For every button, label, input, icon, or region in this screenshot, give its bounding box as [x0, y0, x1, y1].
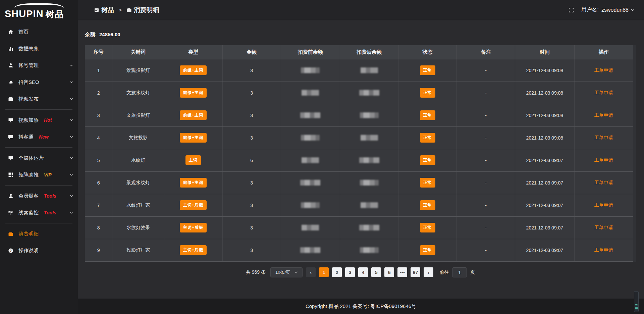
work-order-link[interactable]: 工单申请 — [594, 67, 613, 73]
sidebar-item-media[interactable]: 全媒体运营 — [0, 150, 78, 166]
row-index: 9 — [85, 239, 112, 261]
blurred-value — [359, 157, 379, 163]
sidebar-item-douketong[interactable]: 抖客通New — [0, 128, 78, 145]
table-header-row: 序号关键词类型金额扣费前余额扣费后余额状态备注时间操作 — [85, 45, 633, 59]
type-badge: 主词+后缀 — [164, 216, 222, 239]
page-button-1[interactable]: 1 — [319, 267, 329, 277]
sidebar-divider — [5, 185, 72, 186]
work-order-link[interactable]: 工单申请 — [594, 90, 613, 95]
question-icon: ? — [8, 248, 14, 253]
column-header: 金额 — [222, 45, 281, 59]
remark-cell: - — [457, 149, 515, 171]
breadcrumb-item-root[interactable]: 树品 — [101, 6, 114, 14]
action-cell: 工单申请 — [574, 82, 633, 104]
sidebar-divider — [5, 223, 72, 223]
fullscreen-icon[interactable] — [569, 7, 574, 13]
page-button-5[interactable]: 5 — [371, 267, 381, 277]
username-value[interactable]: zswodun88 — [601, 7, 629, 13]
row-index: 3 — [85, 104, 112, 126]
chevron-down-icon[interactable] — [630, 7, 635, 13]
pre-balance-masked — [281, 171, 340, 194]
user-area: 用户名: zswodun88 — [569, 6, 635, 13]
status-badge: 正常 — [420, 200, 435, 210]
status-badge: 正常 — [398, 194, 457, 216]
type-badge: 前缀+主词 — [180, 133, 207, 143]
sidebar-item-tag: Tools — [44, 193, 56, 199]
breadcrumb-item-current: 消费明细 — [134, 6, 159, 14]
blurred-value — [300, 112, 320, 118]
status-badge: 正常 — [398, 171, 457, 194]
sidebar-item-tag: Tools — [44, 210, 56, 215]
keyword-cell: 文旅投影灯 — [112, 104, 164, 126]
row-index: 1 — [85, 59, 112, 82]
goto-page-input[interactable] — [452, 267, 467, 277]
page-size-select[interactable]: 10条/页 — [270, 267, 303, 277]
sidebar-item-publish[interactable]: 视频发布 — [0, 91, 78, 107]
work-order-link[interactable]: 工单申请 — [594, 225, 613, 230]
sidebar-item-matrix[interactable]: 矩阵助推VIP — [0, 166, 78, 183]
type-badge: 主词+后缀 — [180, 200, 207, 210]
amount-cell: 3 — [222, 171, 281, 194]
action-cell: 工单申请 — [574, 149, 633, 171]
screen-icon — [8, 117, 14, 123]
blurred-value — [300, 180, 320, 186]
page-button-97[interactable]: 97 — [411, 267, 420, 277]
post-balance-masked — [340, 149, 398, 171]
remark-cell: - — [457, 126, 515, 149]
remark-cell: - — [457, 104, 515, 126]
work-order-link[interactable]: 工单申请 — [594, 202, 613, 208]
sidebar-item-home[interactable]: 首页 — [0, 23, 78, 40]
sidebar-item-data[interactable]: 数据总览 — [0, 40, 78, 57]
chevron-down-icon — [69, 156, 74, 160]
topbar: 树品 > 消费明细 用户名: zswodun88 — [78, 0, 644, 20]
type-badge: 前缀+主词 — [164, 126, 222, 149]
row-index: 5 — [85, 149, 112, 171]
time-cell: 2021-12-03 09:07 — [515, 171, 574, 194]
post-balance-masked — [340, 104, 398, 126]
table-row: 2文旅水纹灯前缀+主词3正常-2021-12-03 09:08工单申请 — [85, 82, 633, 104]
page-button-3[interactable]: 3 — [345, 267, 355, 277]
table-row: 8水纹灯效果主词+后缀3正常-2021-12-03 09:07工单申请 — [85, 216, 633, 239]
work-order-link[interactable]: 工单申请 — [594, 112, 613, 118]
next-page-button[interactable]: › — [424, 267, 433, 277]
page-button-2[interactable]: 2 — [332, 267, 342, 277]
keyword-cell: 景观投影灯 — [112, 59, 164, 82]
page-button-6[interactable]: 6 — [384, 267, 394, 277]
gear-icon — [8, 80, 14, 85]
table-row: 6景观水纹灯前缀+主词3正常-2021-12-03 09:07工单申请 — [85, 171, 633, 194]
chevron-down-icon — [69, 80, 74, 85]
page-size-value: 10条/页 — [275, 269, 290, 275]
remark-cell: - — [457, 171, 515, 194]
sidebar-item-heat[interactable]: 视频加热Hot — [0, 112, 78, 128]
sidebar-item-member[interactable]: 会员爆客Tools — [0, 188, 78, 204]
page-button-4[interactable]: 4 — [358, 267, 368, 277]
sidebar-item-consume[interactable]: 消费明细 — [0, 225, 78, 242]
action-cell: 工单申请 — [574, 194, 633, 216]
blurred-value — [360, 247, 379, 253]
mini-scrollbar[interactable] — [634, 291, 639, 312]
post-balance-masked — [340, 82, 398, 104]
status-badge: 正常 — [398, 149, 457, 171]
pre-balance-masked — [281, 126, 340, 149]
column-header: 操作 — [574, 45, 633, 59]
goto-suffix: 页 — [470, 269, 475, 275]
sidebar-item-help[interactable]: ?操作说明 — [0, 242, 78, 259]
status-badge: 正常 — [420, 178, 435, 188]
type-badge: 前缀+主词 — [164, 59, 222, 82]
sidebar-item-seo[interactable]: 抖音SEO — [0, 74, 78, 91]
work-order-link[interactable]: 工单申请 — [594, 247, 613, 253]
work-order-link[interactable]: 工单申请 — [594, 157, 613, 163]
column-header: 状态 — [398, 45, 457, 59]
prev-page-button[interactable]: ‹ — [306, 267, 316, 277]
work-order-link[interactable]: 工单申请 — [594, 135, 613, 140]
more-pages-button[interactable]: ••• — [397, 267, 407, 277]
type-badge: 主词+后缀 — [180, 223, 207, 232]
amount-cell: 3 — [222, 82, 281, 104]
logo-text-cn: 树品 — [46, 9, 64, 19]
post-balance-masked — [340, 171, 398, 194]
status-badge: 正常 — [420, 110, 435, 120]
work-order-link[interactable]: 工单申请 — [594, 180, 613, 185]
sidebar: SHUPIN树品 首页数据总览账号管理抖音SEO视频发布视频加热Hot抖客通Ne… — [0, 0, 78, 314]
sidebar-item-clue[interactable]: 线索监控Tools — [0, 204, 78, 221]
sidebar-item-account[interactable]: 账号管理 — [0, 57, 78, 74]
